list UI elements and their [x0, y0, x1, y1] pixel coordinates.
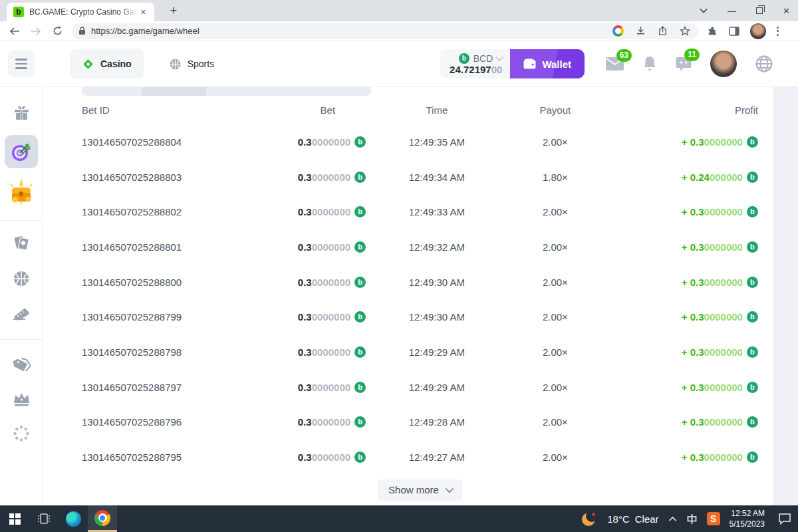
coin-icon: b — [354, 311, 366, 323]
bet-id-cell: 130146507025288803 — [82, 172, 251, 183]
windows-taskbar: 18°C Clear S 12:52 AM 5/15/2023 — [0, 505, 798, 532]
time-cell: 12:49:28 AM — [366, 416, 508, 428]
action-center-icon[interactable] — [778, 513, 791, 525]
google-icon[interactable] — [612, 25, 624, 37]
bet-id-cell: 130146507025288800 — [82, 277, 251, 288]
currency-code: BCD — [473, 53, 493, 64]
payout-cell: 2.00× — [508, 241, 602, 253]
chat-button[interactable]: 11 — [676, 57, 692, 72]
edge-taskbar-icon[interactable] — [59, 505, 88, 532]
side-panel-icon[interactable] — [729, 27, 739, 36]
refresh-icon[interactable] — [49, 23, 65, 39]
lock-icon[interactable] — [78, 27, 86, 35]
table-row[interactable]: 130146507025288799 0.30000000 b 12:49:30… — [82, 299, 758, 334]
address-bar[interactable]: https://bc.game/game/wheel — [72, 23, 698, 39]
sports-icon[interactable] — [13, 270, 30, 287]
chrome-taskbar-icon[interactable] — [88, 505, 117, 532]
url-text[interactable]: https://bc.game/game/wheel — [91, 26, 612, 36]
chevron-down-icon — [445, 485, 454, 493]
notifications-button[interactable] — [642, 56, 657, 72]
bet-amount-cell: 0.30000000 b — [251, 311, 366, 323]
payout-cell: 2.00× — [508, 277, 602, 288]
promotions-tag-icon[interactable] — [13, 357, 31, 374]
coin-icon: b — [747, 416, 758, 428]
table-row[interactable]: 130146507025288804 0.30000000 b 12:49:35… — [82, 124, 758, 160]
browser-tab[interactable]: b BC.GAME: Crypto Casino Games ✕ — [7, 3, 154, 21]
tray-chevron-up-icon[interactable] — [668, 516, 677, 522]
show-more-label: Show more — [388, 484, 439, 495]
wallet-button[interactable]: Wallet — [510, 49, 585, 78]
table-body: 130146507025288804 0.30000000 b 12:49:35… — [82, 124, 758, 475]
racing-shoe-icon[interactable] — [12, 306, 31, 322]
bets-tabs-remnant[interactable] — [82, 87, 371, 96]
bet-amount-cell: 0.30000000 b — [251, 136, 366, 148]
currency-selector[interactable]: b BCD 24.7219700 — [440, 49, 510, 78]
language-globe-icon[interactable] — [755, 55, 773, 72]
coin-icon: b — [747, 241, 758, 253]
user-avatar[interactable] — [710, 51, 737, 77]
browser-profile-avatar[interactable] — [750, 23, 766, 39]
bet-id-cell: 130146507025288799 — [82, 311, 251, 323]
basketball-icon — [169, 58, 182, 70]
gift-icon[interactable] — [13, 104, 30, 120]
bcd-coin-icon: b — [459, 53, 469, 64]
download-icon[interactable] — [636, 26, 646, 36]
table-row[interactable]: 130146507025288803 0.30000000 b 12:49:34… — [82, 160, 758, 195]
profit-cell: + 0.30000000 b — [602, 277, 758, 288]
show-more-button[interactable]: Show more — [378, 479, 462, 501]
weather-widget[interactable]: 18°C Clear — [607, 513, 658, 525]
col-bet: Bet — [251, 104, 366, 116]
tab-search-icon[interactable] — [700, 8, 708, 13]
tab-close-icon[interactable]: ✕ — [138, 7, 149, 18]
wallet-label: Wallet — [542, 59, 571, 70]
bet-amount-cell: 0.30000000 b — [251, 452, 366, 463]
col-payout: Payout — [508, 104, 602, 116]
casino-diamond-icon — [82, 58, 94, 70]
bookmark-star-icon[interactable] — [680, 26, 690, 36]
browser-menu-icon[interactable] — [777, 27, 779, 36]
profit-cell: + 0.30000000 b — [602, 382, 758, 393]
mail-badge: 63 — [616, 49, 632, 62]
restore-button[interactable] — [756, 7, 763, 14]
time-cell: 12:49:29 AM — [366, 382, 508, 393]
coin-icon: b — [354, 382, 366, 393]
new-tab-button[interactable]: + — [165, 2, 182, 19]
table-row[interactable]: 130146507025288796 0.30000000 b 12:49:28… — [82, 405, 758, 440]
casino-cards-icon[interactable] — [13, 234, 30, 251]
mail-button[interactable]: 63 — [606, 57, 624, 70]
clock-widget[interactable]: 12:52 AM 5/15/2023 — [730, 508, 765, 529]
start-button[interactable] — [0, 505, 29, 532]
sidebar-item-wheel-active[interactable] — [5, 135, 38, 168]
vip-crown-icon[interactable] — [13, 392, 31, 406]
sidebar-menu-button[interactable] — [8, 51, 35, 77]
share-icon[interactable] — [658, 26, 668, 36]
minimize-button[interactable]: — — [728, 6, 736, 16]
tab-casino[interactable]: Casino — [70, 49, 144, 79]
extensions-puzzle-icon[interactable] — [708, 26, 718, 37]
close-window-button[interactable]: ✕ — [783, 6, 790, 16]
table-row[interactable]: 130146507025288802 0.30000000 b 12:49:33… — [82, 194, 758, 229]
ime-indicator[interactable] — [686, 513, 698, 525]
spin-circle-icon[interactable] — [13, 425, 30, 442]
treasure-chest-icon[interactable] — [7, 179, 35, 207]
back-icon[interactable] — [7, 23, 23, 39]
table-row[interactable]: 130146507025288795 0.30000000 b 12:49:27… — [82, 440, 758, 475]
time-cell: 12:49:30 AM — [366, 277, 508, 288]
forward-icon[interactable] — [28, 23, 44, 39]
table-row[interactable]: 130146507025288801 0.30000000 b 12:49:32… — [82, 229, 758, 265]
time-cell: 12:49:27 AM — [366, 452, 508, 463]
bet-id-cell: 130146507025288801 — [82, 241, 251, 253]
table-row[interactable]: 130146507025288798 0.30000000 b 12:49:29… — [82, 334, 758, 370]
tab-casino-label: Casino — [100, 59, 132, 69]
bet-amount-cell: 0.30000000 b — [251, 382, 366, 393]
coin-icon: b — [354, 136, 366, 148]
task-view-button[interactable] — [29, 505, 59, 532]
table-row[interactable]: 130146507025288800 0.30000000 b 12:49:30… — [82, 265, 758, 300]
table-row[interactable]: 130146507025288797 0.30000000 b 12:49:29… — [82, 370, 758, 405]
coin-icon: b — [747, 452, 758, 463]
bet-amount-cell: 0.30000000 b — [251, 346, 366, 358]
page-body: Bet ID Bet Time Payout Profit 1301465070… — [0, 87, 798, 505]
tab-sports[interactable]: Sports — [157, 49, 226, 79]
payout-cell: 1.80× — [508, 172, 602, 183]
sogou-tray-icon[interactable]: S — [707, 512, 720, 525]
